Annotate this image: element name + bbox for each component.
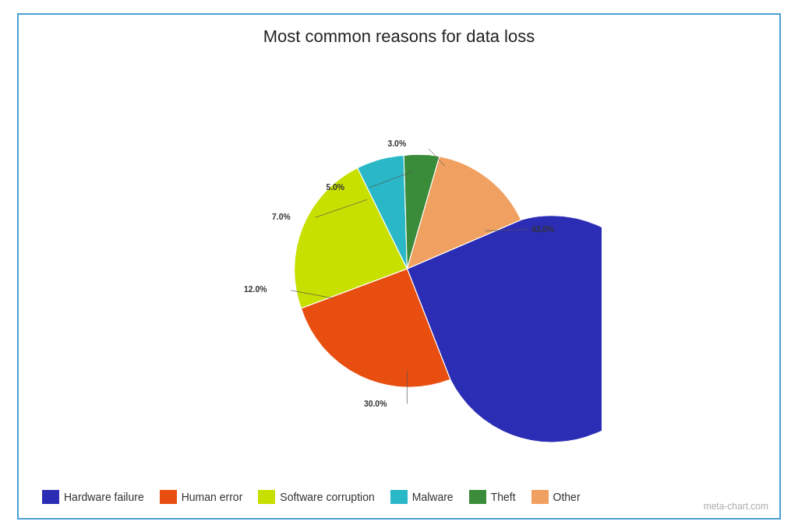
legend-swatch-theft bbox=[469, 490, 486, 504]
label-theft: 5.0% bbox=[326, 183, 344, 192]
label-human-error: 30.0% bbox=[364, 400, 387, 408]
label-software-corruption: 12.0% bbox=[244, 286, 267, 294]
legend-label-human-error: Human error bbox=[182, 491, 243, 503]
legend-swatch-malware bbox=[390, 490, 408, 504]
legend-swatch-other bbox=[531, 490, 549, 504]
legend-label-other: Other bbox=[553, 491, 581, 503]
chart-area: 43.0% 30.0% 12.0% 7.0% 5.0% 3.0% bbox=[34, 55, 764, 484]
legend-item-other: Other bbox=[531, 490, 581, 504]
chart-container: Most common reasons for data loss bbox=[17, 13, 781, 520]
chart-legend: Hardware failure Human error Software co… bbox=[34, 484, 764, 510]
legend-label-software-corruption: Software corruption bbox=[280, 491, 374, 503]
legend-swatch-software-corruption bbox=[258, 490, 275, 504]
legend-label-hardware-failure: Hardware failure bbox=[64, 491, 144, 503]
watermark: meta-chart.com bbox=[704, 501, 768, 512]
legend-item-software-corruption: Software corruption bbox=[258, 490, 374, 504]
legend-swatch-human-error bbox=[160, 490, 177, 504]
label-hardware-failure: 43.0% bbox=[531, 225, 554, 234]
legend-item-hardware-failure: Hardware failure bbox=[42, 490, 144, 504]
legend-label-theft: Theft bbox=[491, 491, 516, 503]
legend-swatch-hardware-failure bbox=[42, 490, 59, 504]
label-other: 3.0% bbox=[387, 139, 406, 148]
chart-title: Most common reasons for data loss bbox=[263, 26, 535, 47]
legend-item-human-error: Human error bbox=[160, 490, 243, 504]
pie-chart: 43.0% 30.0% 12.0% 7.0% 5.0% 3.0% bbox=[196, 82, 602, 456]
legend-item-theft: Theft bbox=[469, 490, 516, 504]
legend-label-malware: Malware bbox=[412, 491, 454, 503]
legend-item-malware: Malware bbox=[390, 490, 454, 504]
label-malware: 7.0% bbox=[272, 213, 291, 221]
